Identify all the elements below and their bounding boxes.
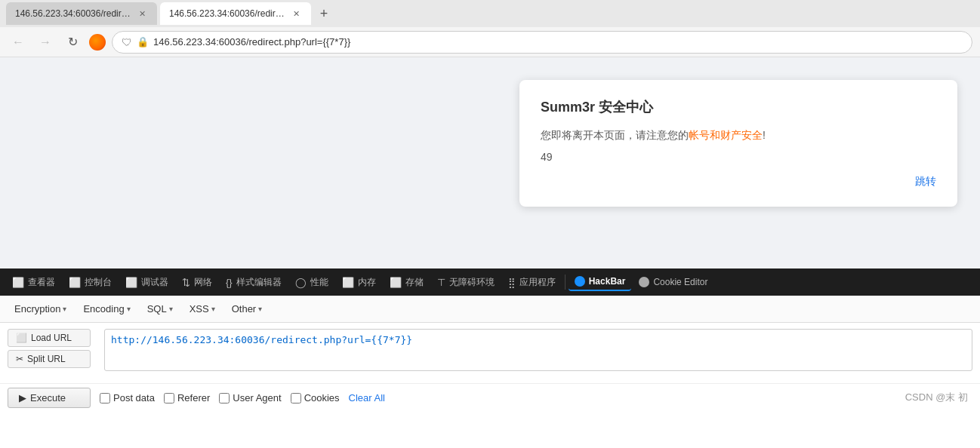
devtools-storage[interactable]: ⬜ 存储 [384, 273, 430, 292]
other-label: Other [232, 303, 257, 315]
encryption-chevron: ▾ [63, 305, 66, 313]
menu-xss[interactable]: XSS ▾ [183, 300, 222, 318]
split-url-label: Split URL [27, 354, 66, 364]
tab-1-close[interactable]: ✕ [137, 8, 148, 20]
encryption-label: Encryption [14, 303, 60, 315]
devtools-app[interactable]: ⣿ 应用程序 [502, 273, 562, 292]
tab-1-label: 146.56.223.34:60036/redirect.php [15, 8, 132, 19]
hackbar-dot-icon [575, 276, 585, 287]
load-url-label: Load URL [31, 333, 72, 343]
devtools-debugger[interactable]: ⬜ 调试器 [119, 273, 174, 292]
menu-encryption[interactable]: Encryption ▾ [8, 300, 73, 318]
jump-link[interactable]: 跳转 [541, 175, 936, 189]
csdn-watermark: CSDN @末 初 [905, 391, 968, 404]
devtools-hackbar[interactable]: HackBar [569, 273, 632, 291]
devtools-accessibility[interactable]: ⊤ 无障碍环境 [431, 273, 501, 292]
address-bar[interactable]: 🛡 🔒 146.56.223.34:60036/redirect.php?url… [112, 31, 972, 54]
hackbar-area: Encryption ▾ Encoding ▾ SQL ▾ XSS ▾ Othe… [0, 296, 980, 412]
devtools-cookie-editor[interactable]: Cookie Editor [633, 274, 713, 290]
menu-encoding[interactable]: Encoding ▾ [76, 300, 137, 318]
hackbar-main: ⬜ Load URL ✂ Split URL [0, 323, 980, 383]
encoding-chevron: ▾ [127, 305, 131, 313]
inspector-label: 查看器 [28, 276, 55, 289]
nav-bar: ← → ↻ 🛡 🔒 146.56.223.34:60036/redirect.p… [0, 27, 980, 57]
referer-label: Referer [177, 392, 210, 404]
security-card-desc: 您即将离开本页面，请注意您的帐号和财产安全! [541, 127, 936, 143]
user-agent-input[interactable] [219, 393, 230, 404]
devtools-console[interactable]: ⬜ 控制台 [63, 273, 118, 292]
referer-checkbox[interactable]: Referer [164, 392, 210, 404]
tab-bar: 146.56.223.34:60036/redirect.php ✕ 146.5… [0, 0, 980, 27]
tab-2[interactable]: 146.56.223.34:60036/redirect.php ✕ [160, 2, 311, 25]
inspector-icon: ⬜ [12, 277, 24, 288]
forward-button[interactable]: → [35, 32, 56, 53]
devtools-network[interactable]: ⇅ 网络 [176, 273, 218, 292]
split-url-button[interactable]: ✂ Split URL [8, 350, 91, 368]
user-agent-checkbox[interactable]: User Agent [219, 392, 281, 404]
xss-label: XSS [190, 303, 209, 315]
debugger-icon: ⬜ [125, 277, 137, 288]
cookies-checkbox[interactable]: Cookies [291, 392, 340, 404]
menu-sql[interactable]: SQL ▾ [140, 300, 180, 318]
cookie-editor-icon [639, 277, 649, 287]
url-input[interactable] [104, 329, 972, 371]
performance-icon: ◯ [295, 277, 307, 288]
network-icon: ⇅ [182, 277, 190, 288]
referer-input[interactable] [164, 393, 174, 404]
storage-icon: ⬜ [390, 277, 402, 288]
page-content: Summ3r 安全中心 您即将离开本页面，请注意您的帐号和财产安全! 49 跳转 [0, 57, 980, 268]
memory-icon: ⬜ [342, 277, 354, 288]
back-button[interactable]: ← [8, 32, 29, 53]
post-data-label: Post data [113, 392, 155, 404]
post-data-checkbox[interactable]: Post data [100, 392, 155, 404]
load-url-button[interactable]: ⬜ Load URL [8, 329, 91, 347]
new-tab-button[interactable]: + [314, 4, 334, 23]
hackbar-label: HackBar [589, 276, 626, 287]
cookie-editor-label: Cookie Editor [653, 277, 707, 287]
tab-1[interactable]: 146.56.223.34:60036/redirect.php ✕ [6, 2, 157, 25]
style-editor-label: 样式编辑器 [236, 276, 282, 289]
accessibility-icon: ⊤ [437, 277, 445, 288]
accessibility-label: 无障碍环境 [449, 276, 495, 289]
hackbar-actions: ⬜ Load URL ✂ Split URL [8, 329, 98, 368]
execute-label: Execute [30, 392, 66, 404]
desc-highlight: 帐号和财产安全 [689, 129, 763, 141]
xss-chevron: ▾ [211, 305, 215, 313]
other-chevron: ▾ [258, 305, 262, 313]
console-icon: ⬜ [69, 277, 81, 288]
app-label: 应用程序 [519, 276, 556, 289]
address-text: 146.56.223.34:60036/redirect.php?url={{7… [153, 36, 350, 48]
cookies-label: Cookies [304, 392, 340, 404]
post-data-input[interactable] [100, 393, 110, 404]
reload-button[interactable]: ↻ [62, 32, 83, 53]
user-agent-label: User Agent [233, 392, 281, 404]
debugger-label: 调试器 [141, 276, 168, 289]
firefox-icon [89, 34, 106, 51]
devtools-style-editor[interactable]: {} 样式编辑器 [220, 273, 288, 292]
devtools-memory[interactable]: ⬜ 内存 [336, 273, 382, 292]
tab-2-close[interactable]: ✕ [291, 8, 302, 20]
sql-chevron: ▾ [169, 305, 173, 313]
execute-button[interactable]: ▶ Execute [8, 388, 91, 408]
devtools-performance[interactable]: ◯ 性能 [289, 273, 334, 292]
tab-2-label: 146.56.223.34:60036/redirect.php [169, 8, 286, 19]
desc-prefix: 您即将离开本页面，请注意您的 [541, 129, 689, 141]
desc-suffix: ! [763, 129, 766, 141]
security-card: Summ3r 安全中心 您即将离开本页面，请注意您的帐号和财产安全! 49 跳转 [519, 80, 957, 207]
lock-icon: 🔒 [137, 36, 149, 48]
clear-all-link[interactable]: Clear All [349, 392, 385, 404]
hackbar-url-area [104, 329, 972, 374]
hackbar-menu: Encryption ▾ Encoding ▾ SQL ▾ XSS ▾ Othe… [0, 296, 980, 323]
split-url-icon: ✂ [16, 354, 23, 364]
security-card-title: Summ3r 安全中心 [541, 98, 936, 116]
cookies-input[interactable] [291, 393, 301, 404]
shield-icon: 🛡 [122, 36, 132, 48]
app-icon: ⣿ [508, 277, 516, 288]
menu-other[interactable]: Other ▾ [225, 300, 270, 318]
storage-label: 存储 [405, 276, 424, 289]
devtools-separator-1 [565, 275, 566, 290]
memory-label: 内存 [358, 276, 376, 289]
devtools-inspector[interactable]: ⬜ 查看器 [6, 273, 61, 292]
security-card-count: 49 [541, 151, 936, 163]
console-label: 控制台 [85, 276, 112, 289]
